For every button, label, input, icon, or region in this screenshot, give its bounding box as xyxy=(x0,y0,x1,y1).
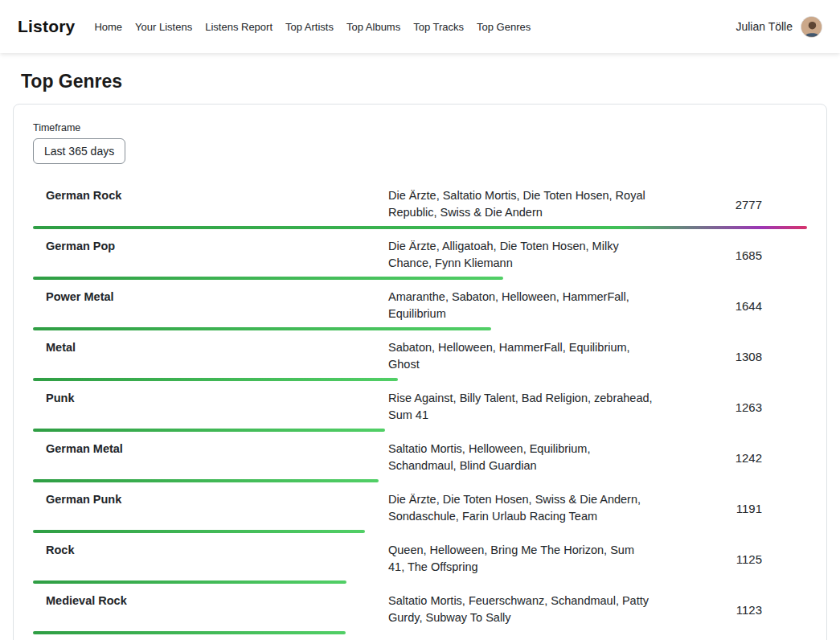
app-logo[interactable]: Listory xyxy=(18,17,75,36)
genre-row[interactable]: Medieval Rock Saltatio Mortis, Feuerschw… xyxy=(33,584,807,634)
genre-artists: Die Ärzte, Saltatio Mortis, Die Toten Ho… xyxy=(388,187,654,221)
genre-count: 1644 xyxy=(654,299,794,313)
genre-row[interactable]: Power Metal Amaranthe, Sabaton, Hellowee… xyxy=(33,280,807,330)
genre-row[interactable]: German Metal Saltatio Mortis, Helloween,… xyxy=(33,432,807,482)
genre-name: German Punk xyxy=(46,491,388,506)
genre-artists: Saltatio Mortis, Feuerschwanz, Schandmau… xyxy=(388,593,654,626)
genre-row-content: German Pop Die Ärzte, Alligatoah, Die To… xyxy=(33,238,807,272)
genre-row-content: Rock Queen, Helloween, Bring Me The Hori… xyxy=(33,542,807,576)
genre-artists: Saltatio Mortis, Helloween, Equilibrium,… xyxy=(388,441,654,474)
page-title: Top Genres xyxy=(21,71,840,92)
nav-home[interactable]: Home xyxy=(94,18,122,36)
genre-name: Power Metal xyxy=(46,289,388,303)
genre-row[interactable]: German Punk Die Ärzte, Die Toten Hosen, … xyxy=(33,482,807,533)
user-name: Julian Tölle xyxy=(736,20,793,33)
main-nav: Home Your Listens Listens Report Top Art… xyxy=(94,18,531,36)
genre-row-content: German Rock Die Ärzte, Saltatio Mortis, … xyxy=(33,187,807,221)
genre-count: 2777 xyxy=(654,198,794,211)
genre-artists: Die Ärzte, Alligatoah, Die Toten Hosen, … xyxy=(388,238,654,272)
genre-artists: Queen, Helloween, Bring Me The Horizon, … xyxy=(388,542,654,576)
genre-row[interactable]: Rock Queen, Helloween, Bring Me The Hori… xyxy=(33,533,807,584)
genre-artists: Sabaton, Helloween, HammerFall, Equilibr… xyxy=(388,339,654,373)
genre-name: German Metal xyxy=(46,441,388,455)
genre-count: 1685 xyxy=(654,248,794,262)
genre-count: 1191 xyxy=(654,502,794,515)
timeframe-select-button[interactable]: Last 365 days xyxy=(33,138,125,164)
genre-row[interactable]: German Rock Die Ärzte, Saltatio Mortis, … xyxy=(33,178,807,229)
nav-top-albums[interactable]: Top Albums xyxy=(346,18,400,36)
nav-top-genres[interactable]: Top Genres xyxy=(477,18,531,36)
genre-name: Medieval Rock xyxy=(46,593,388,607)
genre-row[interactable]: German Pop Die Ärzte, Alligatoah, Die To… xyxy=(33,229,807,280)
genre-row-content: German Punk Die Ärzte, Die Toten Hosen, … xyxy=(33,491,807,525)
top-navigation-bar: Listory Home Your Listens Listens Report… xyxy=(0,0,840,53)
genre-count: 1242 xyxy=(654,451,794,465)
genre-count: 1123 xyxy=(654,603,794,617)
genre-count: 1125 xyxy=(654,552,794,566)
user-menu[interactable]: Julian Tölle xyxy=(736,16,822,38)
timeframe-label: Timeframe xyxy=(33,122,807,133)
genre-name: German Pop xyxy=(46,238,388,252)
nav-top-artists[interactable]: Top Artists xyxy=(285,18,334,36)
genre-row[interactable]: Punk Rise Against, Billy Talent, Bad Rel… xyxy=(33,381,807,432)
genre-row-content: German Metal Saltatio Mortis, Helloween,… xyxy=(33,441,807,474)
nav-top-tracks[interactable]: Top Tracks xyxy=(413,18,464,36)
genre-name: German Rock xyxy=(46,187,388,202)
genre-list: German Rock Die Ärzte, Saltatio Mortis, … xyxy=(33,178,807,640)
genre-row-content: Metal Sabaton, Helloween, HammerFall, Eq… xyxy=(33,339,807,373)
genre-artists: Rise Against, Billy Talent, Bad Religion… xyxy=(388,390,654,424)
top-genres-card: Timeframe Last 365 days German Rock Die … xyxy=(13,104,827,640)
genre-count: 1308 xyxy=(654,350,794,363)
user-avatar-icon[interactable] xyxy=(801,16,822,38)
genre-row-content: Medieval Rock Saltatio Mortis, Feuerschw… xyxy=(33,593,807,626)
genre-name: Metal xyxy=(46,339,388,354)
genre-row[interactable]: Melodic Metal Unleash The Archers, Hello… xyxy=(33,634,807,640)
genre-row-content: Power Metal Amaranthe, Sabaton, Hellowee… xyxy=(33,289,807,322)
genre-artists: Amaranthe, Sabaton, Helloween, HammerFal… xyxy=(388,289,654,322)
nav-your-listens[interactable]: Your Listens xyxy=(135,18,192,36)
genre-name: Punk xyxy=(46,390,388,404)
genre-row[interactable]: Metal Sabaton, Helloween, HammerFall, Eq… xyxy=(33,330,807,381)
nav-listens-report[interactable]: Listens Report xyxy=(205,18,272,36)
genre-name: Rock xyxy=(46,542,388,556)
genre-count: 1263 xyxy=(654,400,794,414)
genre-row-content: Punk Rise Against, Billy Talent, Bad Rel… xyxy=(33,390,807,424)
genre-artists: Die Ärzte, Die Toten Hosen, Swiss & Die … xyxy=(388,491,654,525)
